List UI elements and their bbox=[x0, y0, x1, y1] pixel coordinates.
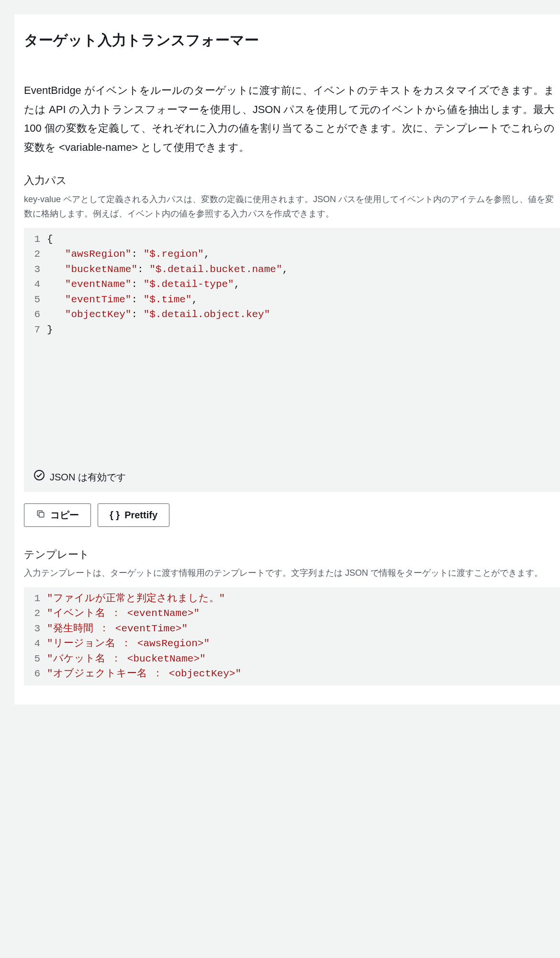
line-content: "objectKey": "$.detail.object.key" bbox=[47, 307, 560, 322]
code-line: 3"発生時間 ： <eventTime>" bbox=[24, 621, 560, 637]
code-line: 5"バケット名 ： <bucketName>" bbox=[24, 651, 560, 667]
line-number: 5 bbox=[24, 292, 47, 308]
template-code-editor[interactable]: 1"ファイルが正常と判定されました。"2"イベント名 ： <eventName>… bbox=[24, 587, 560, 685]
line-number: 6 bbox=[24, 307, 47, 322]
copy-button-label: コピー bbox=[50, 509, 79, 522]
svg-rect-1 bbox=[39, 512, 44, 517]
code-line: 1"ファイルが正常と判定されました。" bbox=[24, 591, 560, 606]
line-content: "eventName": "$.detail-type", bbox=[47, 277, 560, 292]
line-number: 3 bbox=[24, 621, 47, 637]
code-line: 7} bbox=[24, 322, 560, 338]
line-number: 2 bbox=[24, 606, 47, 621]
panel-title: ターゲット入力トランスフォーマー bbox=[24, 29, 550, 52]
code-line: 5 "eventTime": "$.time", bbox=[24, 292, 560, 308]
code-line: 4 "eventName": "$.detail-type", bbox=[24, 277, 560, 292]
line-content: "リージョン名 ： <awsRegion>" bbox=[47, 636, 560, 651]
line-number: 6 bbox=[24, 666, 47, 682]
code-line: 1{ bbox=[24, 232, 560, 247]
code-line: 2"イベント名 ： <eventName>" bbox=[24, 606, 560, 621]
code-line: 6"オブジェクトキー名 ： <objectKey>" bbox=[24, 666, 560, 682]
copy-button[interactable]: コピー bbox=[24, 503, 91, 527]
line-content: } bbox=[47, 322, 560, 338]
copy-icon bbox=[36, 509, 45, 521]
line-number: 1 bbox=[24, 591, 47, 606]
code-line: 2 "awsRegion": "$.region", bbox=[24, 247, 560, 262]
braces-icon: { } bbox=[110, 510, 120, 521]
line-content: "イベント名 ： <eventName>" bbox=[47, 606, 560, 621]
panel-header: ターゲット入力トランスフォーマー bbox=[14, 14, 560, 67]
line-number: 2 bbox=[24, 247, 47, 262]
line-content: "オブジェクトキー名 ： <objectKey>" bbox=[47, 666, 560, 682]
line-number: 4 bbox=[24, 636, 47, 651]
panel-description: EventBridge がイベントをルールのターゲットに渡す前に、イベントのテキ… bbox=[24, 81, 560, 157]
line-content: "ファイルが正常と判定されました。" bbox=[47, 591, 560, 606]
line-number: 7 bbox=[24, 322, 47, 338]
code-line: 6 "objectKey": "$.detail.object.key" bbox=[24, 307, 560, 322]
template-subtext: 入力テンプレートは、ターゲットに渡す情報用のテンプレートです。文字列または JS… bbox=[24, 566, 560, 581]
line-content: "バケット名 ： <bucketName>" bbox=[47, 651, 560, 667]
code-line: 3 "bucketName": "$.detail.bucket.name", bbox=[24, 262, 560, 277]
line-number: 3 bbox=[24, 262, 47, 277]
input-transformer-panel: ターゲット入力トランスフォーマー EventBridge がイベントをルールのタ… bbox=[14, 14, 560, 705]
json-valid-text: JSON は有効です bbox=[50, 469, 126, 485]
line-number: 4 bbox=[24, 277, 47, 292]
json-valid-status: JSON は有効です bbox=[24, 463, 560, 492]
svg-point-0 bbox=[34, 470, 44, 480]
line-number: 5 bbox=[24, 651, 47, 667]
input-path-code-editor[interactable]: 1{2 "awsRegion": "$.region",3 "bucketNam… bbox=[24, 228, 560, 463]
line-number: 1 bbox=[24, 232, 47, 247]
input-path-title: 入力パス bbox=[24, 172, 560, 189]
code-line: 4"リージョン名 ： <awsRegion>" bbox=[24, 636, 560, 651]
line-content: "eventTime": "$.time", bbox=[47, 292, 560, 308]
template-title: テンプレート bbox=[24, 546, 560, 563]
line-content: "bucketName": "$.detail.bucket.name", bbox=[47, 262, 560, 277]
prettify-button[interactable]: { } Prettify bbox=[98, 503, 169, 527]
input-path-subtext: key-value ペアとして定義される入力パスは、変数の定義に使用されます。J… bbox=[24, 192, 560, 221]
line-content: "発生時間 ： <eventTime>" bbox=[47, 621, 560, 637]
line-content: "awsRegion": "$.region", bbox=[47, 247, 560, 262]
prettify-button-label: Prettify bbox=[124, 510, 157, 521]
check-circle-icon bbox=[34, 469, 45, 485]
line-content: { bbox=[47, 232, 560, 247]
